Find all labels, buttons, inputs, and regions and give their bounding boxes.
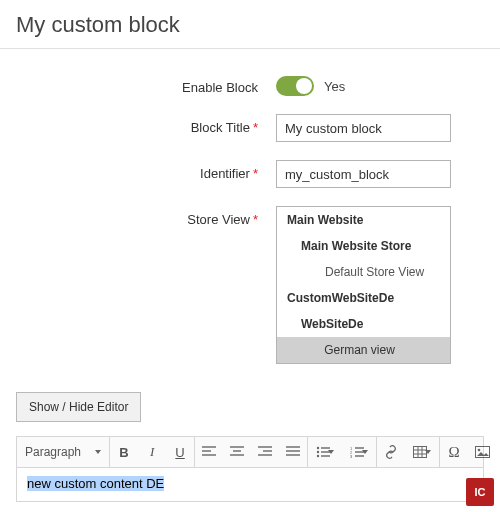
italic-button[interactable]: I xyxy=(138,437,166,467)
editor-toolbar: Paragraph B I U xyxy=(16,436,484,468)
store-view-option[interactable]: Default Store View xyxy=(277,259,450,285)
block-title-label: Block Title* xyxy=(16,114,276,135)
svg-point-30 xyxy=(477,449,480,452)
underline-button[interactable]: U xyxy=(166,437,194,467)
store-view-label: Store View* xyxy=(16,206,276,227)
editor-content[interactable]: new custom content DE xyxy=(16,468,484,502)
align-justify-button[interactable] xyxy=(279,437,307,467)
svg-point-14 xyxy=(317,455,319,457)
align-right-button[interactable] xyxy=(251,437,279,467)
editor-selected-text: new custom content DE xyxy=(27,476,164,491)
identifier-input[interactable] xyxy=(276,160,451,188)
align-center-button[interactable] xyxy=(223,437,251,467)
enable-block-value: Yes xyxy=(324,79,345,94)
block-title-input[interactable] xyxy=(276,114,451,142)
bullet-list-button[interactable] xyxy=(308,437,342,467)
table-button[interactable] xyxy=(405,437,439,467)
align-left-button[interactable] xyxy=(195,437,223,467)
enable-block-label: Enable Block xyxy=(16,74,276,95)
svg-point-13 xyxy=(317,451,319,453)
number-list-button[interactable]: 123 xyxy=(342,437,376,467)
store-view-select[interactable]: Main Website Main Website Store Default … xyxy=(276,206,451,364)
identifier-label: Identifier* xyxy=(16,160,276,181)
special-char-button[interactable]: Ω xyxy=(440,437,468,467)
corner-badge-icon: IC xyxy=(466,478,494,506)
svg-text:3: 3 xyxy=(350,454,353,458)
store-view-option[interactable]: Main Website xyxy=(277,207,450,233)
toggle-editor-button[interactable]: Show / Hide Editor xyxy=(16,392,141,422)
bold-button[interactable]: B xyxy=(110,437,138,467)
link-button[interactable] xyxy=(377,437,405,467)
format-select[interactable]: Paragraph xyxy=(17,437,109,467)
store-view-option[interactable]: WebSiteDe xyxy=(277,311,450,337)
store-view-option[interactable]: CustomWebSiteDe xyxy=(277,285,450,311)
image-button[interactable] xyxy=(468,437,496,467)
page-title: My custom block xyxy=(0,0,500,49)
store-view-option-selected[interactable]: German view xyxy=(277,337,450,363)
store-view-option[interactable]: Main Website Store xyxy=(277,233,450,259)
svg-point-12 xyxy=(317,447,319,449)
enable-block-toggle[interactable] xyxy=(276,76,314,96)
